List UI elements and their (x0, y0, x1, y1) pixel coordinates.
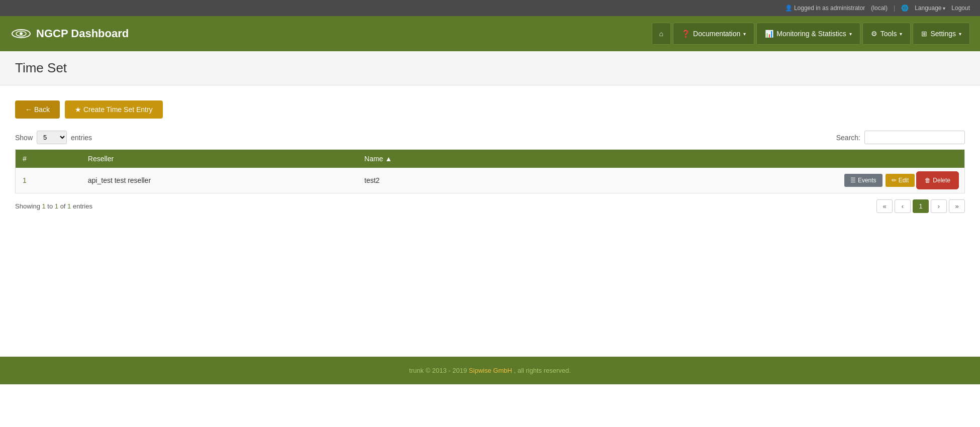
settings-button[interactable]: ⊞ Settings (913, 23, 970, 45)
tools-label: Tools (880, 30, 897, 38)
create-time-set-entry-button[interactable]: ★ Create Time Set Entry (65, 100, 163, 119)
edit-icon: ✏ (892, 177, 897, 184)
search-area: Search: (836, 131, 965, 144)
logo-icon (10, 26, 32, 42)
footer-branch: trunk (409, 367, 424, 374)
language-icon: 🌐 (901, 5, 909, 12)
cell-name: test2 (357, 168, 507, 193)
footer-company-link[interactable]: Sipwise GmbH (469, 367, 512, 374)
table-header: # Reseller Name ▲ (16, 150, 965, 168)
footer-copyright: © 2013 - 2019 (426, 367, 467, 374)
monitoring-button[interactable]: 📊 Monitoring & Statistics (756, 23, 860, 45)
data-table: # Reseller Name ▲ 1 api_test test resell… (15, 149, 965, 193)
settings-icon: ⊞ (921, 30, 927, 38)
entries-label-footer: entries (73, 202, 92, 210)
pagination: « ‹ 1 › » (876, 199, 965, 213)
prev-page-button[interactable]: ‹ (895, 199, 911, 213)
page-1-button[interactable]: 1 (913, 199, 929, 213)
monitoring-label: Monitoring & Statistics (776, 30, 846, 38)
events-label: Events (858, 177, 876, 184)
table-body: 1 api_test test reseller test2 ☰ Events … (16, 168, 965, 193)
separator: | (894, 5, 895, 12)
table-row: 1 api_test test reseller test2 ☰ Events … (16, 168, 965, 193)
page-title: Time Set (15, 60, 965, 76)
home-icon: ⌂ (659, 30, 663, 38)
documentation-button[interactable]: ❓ Documentation (673, 23, 754, 45)
language-link[interactable]: Language (915, 5, 945, 12)
footer: trunk © 2013 - 2019 Sipwise GmbH , all r… (0, 357, 980, 384)
last-page-button[interactable]: » (949, 199, 965, 213)
delete-icon: 🗑 (925, 177, 931, 184)
col-header-id: # (16, 150, 81, 168)
logo: NGCP Dashboard (10, 26, 129, 42)
home-button[interactable]: ⌂ (652, 23, 671, 45)
showing-total[interactable]: 1 (67, 202, 71, 210)
main-nav: ⌂ ❓ Documentation 📊 Monitoring & Statist… (652, 23, 970, 45)
top-bar: 👤 Logged in as administrator (local) | 🌐… (0, 0, 980, 16)
row-id-link[interactable]: 1 (23, 176, 27, 184)
back-button[interactable]: ← Back (15, 100, 60, 119)
documentation-icon: ❓ (681, 30, 690, 38)
show-label: Show (15, 134, 33, 142)
cell-reseller: api_test test reseller (81, 168, 357, 193)
col-header-actions (507, 150, 964, 168)
show-entries-control: Show 5 10 25 50 100 entries (15, 131, 92, 144)
row-action-buttons: ☰ Events ✏ Edit 🗑 Delete (514, 173, 957, 188)
documentation-label: Documentation (693, 30, 740, 38)
action-buttons: ← Back ★ Create Time Set Entry (15, 100, 965, 119)
first-page-button[interactable]: « (876, 199, 893, 213)
locale: (local) (871, 5, 888, 12)
showing-from[interactable]: 1 (42, 202, 45, 210)
cell-actions: ☰ Events ✏ Edit 🗑 Delete (507, 168, 964, 193)
edit-button[interactable]: ✏ Edit (886, 174, 915, 187)
table-header-row: # Reseller Name ▲ (16, 150, 965, 168)
table-controls: Show 5 10 25 50 100 entries Search: (15, 131, 965, 144)
next-page-button[interactable]: › (931, 199, 947, 213)
col-header-reseller: Reseller (81, 150, 357, 168)
col-header-name[interactable]: Name ▲ (357, 150, 507, 168)
entries-per-page-select[interactable]: 5 10 25 50 100 (37, 131, 67, 144)
events-button[interactable]: ☰ Events (844, 174, 883, 187)
entries-label: entries (71, 134, 92, 142)
footer-rights: , all rights reserved. (514, 367, 570, 374)
main-content: ← Back ★ Create Time Set Entry Show 5 10… (0, 85, 980, 337)
page-title-area: Time Set (0, 51, 980, 85)
user-info: 👤 Logged in as administrator (785, 5, 865, 12)
search-label: Search: (836, 134, 860, 142)
edit-label: Edit (899, 177, 909, 184)
settings-label: Settings (930, 30, 956, 38)
sort-indicator-name: ▲ (385, 155, 392, 163)
table-footer: Showing 1 to 1 of 1 entries « ‹ 1 › » (15, 199, 965, 213)
header: NGCP Dashboard ⌂ ❓ Documentation 📊 Monit… (0, 16, 980, 51)
cell-id: 1 (16, 168, 81, 193)
svg-point-2 (20, 32, 23, 35)
showing-text: Showing 1 to 1 of 1 entries (15, 202, 92, 210)
monitoring-icon: 📊 (765, 30, 773, 38)
events-icon: ☰ (850, 177, 856, 184)
logout-link[interactable]: Logout (951, 5, 970, 12)
showing-to[interactable]: 1 (55, 202, 58, 210)
delete-button[interactable]: 🗑 Delete (918, 173, 957, 188)
tools-icon: ⚙ (871, 30, 877, 38)
logo-text: NGCP Dashboard (36, 27, 129, 40)
delete-label: Delete (933, 177, 950, 184)
search-input[interactable] (864, 131, 965, 144)
tools-button[interactable]: ⚙ Tools (862, 23, 911, 45)
